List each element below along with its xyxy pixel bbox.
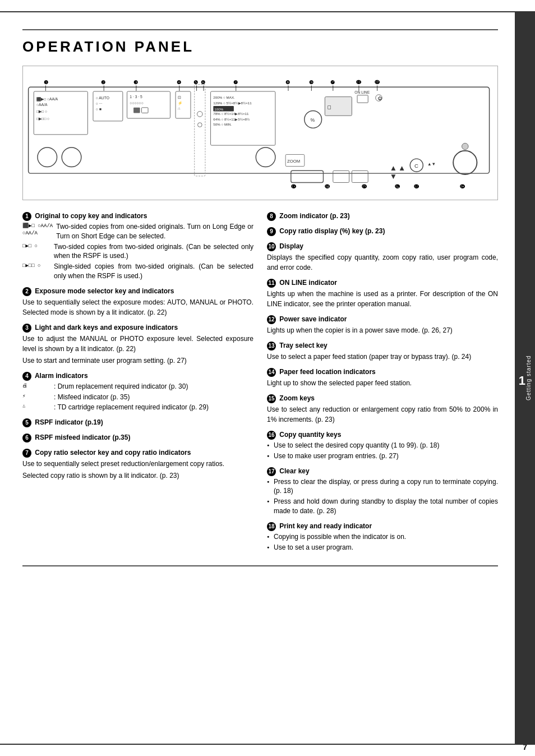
- sidebar-chapter-label: Getting started: [525, 356, 532, 401]
- item-17-title: 17 Clear key: [267, 467, 498, 476]
- item-3-title: 3 Light and dark keys and exposure indic…: [22, 323, 253, 333]
- right-column: 8 Zoom indicator (p. 23) 9 Copy ratio di…: [267, 211, 498, 557]
- svg-text:64%  ○ 8½×11▶5½×8½: 64% ○ 8½×11▶5½×8½: [213, 117, 250, 121]
- item-8: 8 Zoom indicator (p. 23): [267, 211, 498, 221]
- item-1-sub3: □▶□□ ○ Single-sided copies from two-side…: [22, 262, 253, 281]
- svg-text:○ AUTO: ○ AUTO: [96, 96, 109, 100]
- svg-text:⓬: ⓬: [375, 80, 380, 85]
- svg-text:❷: ❷: [101, 80, 105, 85]
- item-16: 16 Copy quantity keys Use to select the …: [267, 430, 498, 461]
- svg-point-6: [38, 147, 57, 167]
- svg-point-32: [256, 147, 275, 167]
- item-5: 5 RSPF indicator (p.19): [22, 418, 253, 427]
- item-15-body: Use to select any reduction or enlargeme…: [267, 404, 498, 425]
- item-14: 14 Paper feed location indicators Light …: [267, 367, 498, 388]
- item-17-body: Press to clear the display, or press dur…: [267, 477, 498, 516]
- item-16-title: 16 Copy quantity keys: [267, 430, 498, 440]
- sidebar: 1 Getting started: [515, 11, 535, 745]
- svg-text:□▶□□  ○: □▶□□ ○: [36, 117, 49, 121]
- item-12-title: 12 Power save indicator: [267, 315, 498, 324]
- diagram-area: ⬛▶□ ○AA/A ○AA/A □▶□ ○ □▶□□ ○ ○ AUTO ○ ··…: [22, 66, 498, 200]
- item-11-body: Lights up when the machine is used as a …: [267, 289, 498, 309]
- item-4: 4 Alarm indicators 🖨 : Drum replacement …: [22, 371, 253, 412]
- item-8-title: 8 Zoom indicator (p. 23): [267, 211, 498, 221]
- item-18-title: 18 Print key and ready indicator: [267, 522, 498, 531]
- item-15-title: 15 Zoom keys: [267, 394, 498, 403]
- item-14-title: 14 Paper feed location indicators: [267, 367, 498, 377]
- main-content: OPERATION PANEL ⬛▶□ ○AA/A ○AA/A □▶□ ○ □▶…: [0, 11, 515, 745]
- svg-rect-21: [195, 84, 205, 176]
- svg-text:⓮: ⓮: [325, 184, 330, 190]
- svg-text:ZOOM: ZOOM: [287, 159, 300, 164]
- svg-text:%: %: [310, 117, 315, 123]
- svg-text:⓭: ⓭: [291, 184, 297, 190]
- svg-text:200% ○ MAX.: 200% ○ MAX.: [213, 95, 235, 99]
- svg-text:129% ○ 5½×8½▶8½×11: 129% ○ 5½×8½▶8½×11: [213, 101, 252, 105]
- svg-text:⏻: ⏻: [378, 96, 382, 101]
- svg-text:⚡: ⚡: [178, 100, 183, 105]
- item-7-title: 7 Copy ratio selector key and copy ratio…: [22, 448, 253, 458]
- item-6-title: 6 RSPF misfeed indicator (p.35): [22, 433, 253, 442]
- svg-text:100%: 100%: [214, 107, 223, 111]
- item-2-body: Use to sequentially select the exposure …: [22, 297, 253, 317]
- item-18-body: Copying is possible when the indicator i…: [267, 532, 498, 552]
- svg-rect-44: [333, 170, 349, 182]
- svg-text:▲▼: ▲▼: [427, 162, 436, 167]
- item-1-body: ⬛▶□ ○AA/A○AA/A Two-sided copies from one…: [22, 222, 253, 281]
- svg-text:□: □: [328, 104, 331, 110]
- svg-text:❿: ❿: [330, 80, 335, 85]
- item-10: 10 Display Displays the specified copy q…: [267, 242, 498, 273]
- svg-text:⓯: ⓯: [362, 184, 367, 190]
- svg-rect-43: [291, 170, 324, 182]
- left-column: 1 Original to copy key and indicators ⬛▶…: [22, 211, 253, 557]
- svg-text:▲: ▲: [398, 164, 405, 172]
- svg-text:▼: ▼: [390, 172, 397, 181]
- svg-text:○ ···: ○ ···: [96, 102, 103, 105]
- item-2-title: 2 Exposure mode selector key and indicat…: [22, 287, 253, 296]
- item-3: 3 Light and dark keys and exposure indic…: [22, 323, 253, 366]
- item-6: 6 RSPF misfeed indicator (p.35): [22, 433, 253, 442]
- svg-text:⬛▶□  ○AA/A: ⬛▶□ ○AA/A: [36, 96, 58, 102]
- item-11: 11 ON LINE indicator Lights up when the …: [267, 278, 498, 309]
- svg-point-22: [197, 112, 203, 117]
- item-17: 17 Clear key Press to clear the display,…: [267, 467, 498, 516]
- bottom-rule: [22, 565, 498, 566]
- svg-rect-16: [142, 108, 149, 113]
- svg-text:❽: ❽: [285, 80, 290, 85]
- sidebar-chapter-number: 1: [518, 374, 525, 388]
- svg-text:⓰: ⓰: [395, 184, 400, 190]
- item-5-title: 5 RSPF indicator (p.19): [22, 418, 253, 427]
- page-title: OPERATION PANEL: [22, 38, 498, 56]
- page-container: OPERATION PANEL ⬛▶□ ○AA/A ○AA/A □▶□ ○ □▶…: [0, 0, 535, 756]
- svg-text:❾: ❾: [309, 80, 313, 85]
- svg-text:⓲: ⓲: [460, 184, 465, 190]
- item-18: 18 Print key and ready indicator Copying…: [267, 522, 498, 552]
- svg-text:⓱: ⓱: [414, 184, 419, 190]
- svg-text:□▶□   ○: □▶□ ○: [36, 109, 47, 113]
- svg-point-7: [62, 147, 81, 167]
- item-12: 12 Power save indicator Lights up when t…: [267, 315, 498, 335]
- svg-text:∴: ∴: [178, 107, 181, 110]
- svg-text:○ ■: ○ ■: [96, 107, 102, 111]
- svg-rect-15: [133, 108, 140, 113]
- svg-text:C: C: [414, 163, 418, 169]
- svg-text:○○○○○○: ○○○○○○: [130, 101, 143, 105]
- item-1-title: 1 Original to copy key and indicators: [22, 211, 253, 221]
- content-columns: 1 Original to copy key and indicators ⬛▶…: [22, 211, 498, 557]
- item-11-title: 11 ON LINE indicator: [267, 278, 498, 288]
- svg-text:78%  ○ 8½×14▶8½×11: 78% ○ 8½×14▶8½×11: [213, 112, 249, 116]
- svg-text:○AA/A: ○AA/A: [36, 103, 48, 107]
- item-2: 2 Exposure mode selector key and indicat…: [22, 287, 253, 317]
- svg-text:❻: ❻: [201, 80, 205, 85]
- svg-text:❼: ❼: [233, 80, 238, 85]
- item-4-body: 🖨 : Drum replacement required indicator …: [22, 382, 253, 412]
- item-16-body: Use to select the desired copy quantity …: [267, 441, 498, 461]
- top-rule: [22, 29, 498, 30]
- svg-rect-40: [357, 95, 368, 103]
- item-14-body: Light up to show the selected paper feed…: [267, 378, 498, 388]
- item-15: 15 Zoom keys Use to select any reduction…: [267, 394, 498, 425]
- item-10-body: Displays the specified copy quantity, zo…: [267, 252, 498, 273]
- svg-point-52: [453, 151, 477, 174]
- svg-text:ON LINE: ON LINE: [354, 90, 370, 94]
- svg-text:50%  ○ MIN.: 50% ○ MIN.: [213, 123, 232, 127]
